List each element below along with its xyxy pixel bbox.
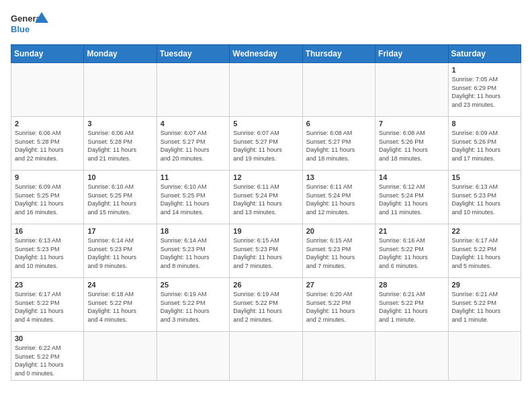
- day-info: Sunrise: 6:09 AMSunset: 5:26 PMDaylight:…: [452, 129, 517, 163]
- day-info: Sunrise: 6:11 AMSunset: 5:24 PMDaylight:…: [233, 183, 298, 216]
- day-number: 6: [306, 120, 371, 128]
- calendar-cell: [84, 332, 157, 381]
- day-number: 13: [306, 173, 371, 181]
- day-number: 28: [379, 281, 444, 289]
- logo-svg: General Blue: [11, 11, 51, 38]
- calendar-cell: [230, 63, 302, 117]
- day-number: 17: [87, 227, 152, 235]
- calendar-week-5: 23Sunrise: 6:17 AMSunset: 5:22 PMDayligh…: [11, 278, 521, 332]
- day-number: 3: [87, 120, 152, 128]
- calendar-cell: 27Sunrise: 6:20 AMSunset: 5:22 PMDayligh…: [302, 278, 375, 332]
- day-number: 12: [233, 173, 298, 181]
- day-info: Sunrise: 6:13 AMSunset: 5:23 PMDaylight:…: [452, 183, 517, 216]
- day-number: 23: [15, 281, 80, 289]
- calendar-cell: 30Sunrise: 6:22 AMSunset: 5:22 PMDayligh…: [11, 332, 84, 381]
- calendar-cell: 9Sunrise: 6:09 AMSunset: 5:25 PMDaylight…: [11, 171, 84, 224]
- weekday-header-tuesday: Tuesday: [157, 45, 229, 63]
- day-info: Sunrise: 6:18 AMSunset: 5:22 PMDaylight:…: [87, 290, 152, 324]
- calendar-cell: 17Sunrise: 6:14 AMSunset: 5:23 PMDayligh…: [84, 224, 157, 278]
- weekday-header-monday: Monday: [84, 45, 157, 63]
- day-number: 18: [161, 227, 226, 235]
- day-number: 14: [379, 173, 444, 181]
- calendar-cell: 23Sunrise: 6:17 AMSunset: 5:22 PMDayligh…: [11, 278, 84, 332]
- day-number: 7: [379, 120, 444, 128]
- calendar-cell: 25Sunrise: 6:19 AMSunset: 5:22 PMDayligh…: [157, 278, 229, 332]
- calendar-week-2: 2Sunrise: 6:06 AMSunset: 5:28 PMDaylight…: [11, 117, 521, 171]
- calendar-cell: [375, 332, 448, 381]
- day-number: 11: [161, 173, 226, 181]
- calendar-cell: [84, 63, 157, 117]
- day-number: 2: [15, 120, 80, 128]
- calendar-cell: 4Sunrise: 6:07 AMSunset: 5:27 PMDaylight…: [157, 117, 229, 171]
- calendar-cell: [302, 332, 375, 381]
- day-info: Sunrise: 6:09 AMSunset: 5:25 PMDaylight:…: [15, 183, 80, 216]
- day-info: Sunrise: 6:17 AMSunset: 5:22 PMDaylight:…: [15, 290, 80, 324]
- calendar-header-row: SundayMondayTuesdayWednesdayThursdayFrid…: [11, 45, 521, 63]
- day-info: Sunrise: 6:13 AMSunset: 5:23 PMDaylight:…: [15, 236, 80, 270]
- calendar-cell: [302, 63, 375, 117]
- calendar-cell: [11, 63, 84, 117]
- calendar-cell: 1Sunrise: 7:05 AMSunset: 6:29 PMDaylight…: [448, 63, 521, 117]
- day-info: Sunrise: 6:07 AMSunset: 5:27 PMDaylight:…: [161, 129, 226, 163]
- day-info: Sunrise: 6:14 AMSunset: 5:23 PMDaylight:…: [87, 236, 152, 270]
- day-info: Sunrise: 6:15 AMSunset: 5:23 PMDaylight:…: [233, 236, 298, 270]
- day-number: 4: [161, 120, 226, 128]
- day-info: Sunrise: 6:10 AMSunset: 5:25 PMDaylight:…: [161, 183, 226, 216]
- day-info: Sunrise: 6:17 AMSunset: 5:22 PMDaylight:…: [452, 236, 517, 270]
- day-number: 1: [452, 66, 517, 74]
- weekday-header-wednesday: Wednesday: [230, 45, 302, 63]
- day-info: Sunrise: 6:14 AMSunset: 5:23 PMDaylight:…: [161, 236, 226, 270]
- calendar-cell: 19Sunrise: 6:15 AMSunset: 5:23 PMDayligh…: [230, 224, 302, 278]
- day-number: 10: [87, 173, 152, 181]
- day-number: 26: [233, 281, 298, 289]
- weekday-header-saturday: Saturday: [448, 45, 521, 63]
- day-info: Sunrise: 6:06 AMSunset: 5:28 PMDaylight:…: [87, 129, 152, 163]
- calendar-cell: [230, 332, 302, 381]
- calendar-cell: 7Sunrise: 6:08 AMSunset: 5:26 PMDaylight…: [375, 117, 448, 171]
- calendar-week-4: 16Sunrise: 6:13 AMSunset: 5:23 PMDayligh…: [11, 224, 521, 278]
- day-info: Sunrise: 6:19 AMSunset: 5:22 PMDaylight:…: [161, 290, 226, 324]
- calendar-cell: 10Sunrise: 6:10 AMSunset: 5:25 PMDayligh…: [84, 171, 157, 224]
- day-number: 9: [15, 173, 80, 181]
- calendar-table: SundayMondayTuesdayWednesdayThursdayFrid…: [11, 44, 521, 381]
- calendar-week-6: 30Sunrise: 6:22 AMSunset: 5:22 PMDayligh…: [11, 332, 521, 381]
- calendar-cell: 5Sunrise: 6:07 AMSunset: 5:27 PMDaylight…: [230, 117, 302, 171]
- calendar-cell: [157, 63, 229, 117]
- day-info: Sunrise: 6:08 AMSunset: 5:27 PMDaylight:…: [306, 129, 371, 163]
- day-number: 16: [15, 227, 80, 235]
- day-number: 5: [233, 120, 298, 128]
- calendar-week-3: 9Sunrise: 6:09 AMSunset: 5:25 PMDaylight…: [11, 171, 521, 224]
- day-info: Sunrise: 6:06 AMSunset: 5:28 PMDaylight:…: [15, 129, 80, 163]
- calendar-cell: 8Sunrise: 6:09 AMSunset: 5:26 PMDaylight…: [448, 117, 521, 171]
- day-info: Sunrise: 6:20 AMSunset: 5:22 PMDaylight:…: [306, 290, 371, 324]
- svg-text:Blue: Blue: [11, 24, 30, 34]
- weekday-header-friday: Friday: [375, 45, 448, 63]
- calendar-cell: [448, 332, 521, 381]
- day-info: Sunrise: 6:07 AMSunset: 5:27 PMDaylight:…: [233, 129, 298, 163]
- day-info: Sunrise: 6:15 AMSunset: 5:23 PMDaylight:…: [306, 236, 371, 270]
- calendar-cell: 22Sunrise: 6:17 AMSunset: 5:22 PMDayligh…: [448, 224, 521, 278]
- day-info: Sunrise: 6:11 AMSunset: 5:24 PMDaylight:…: [306, 183, 371, 216]
- calendar-cell: 3Sunrise: 6:06 AMSunset: 5:28 PMDaylight…: [84, 117, 157, 171]
- day-number: 8: [452, 120, 517, 128]
- calendar-week-1: 1Sunrise: 7:05 AMSunset: 6:29 PMDaylight…: [11, 63, 521, 117]
- calendar-cell: 20Sunrise: 6:15 AMSunset: 5:23 PMDayligh…: [302, 224, 375, 278]
- day-number: 15: [452, 173, 517, 181]
- calendar-cell: 12Sunrise: 6:11 AMSunset: 5:24 PMDayligh…: [230, 171, 302, 224]
- weekday-header-thursday: Thursday: [302, 45, 375, 63]
- day-info: Sunrise: 6:12 AMSunset: 5:24 PMDaylight:…: [379, 183, 444, 216]
- calendar-cell: 21Sunrise: 6:16 AMSunset: 5:22 PMDayligh…: [375, 224, 448, 278]
- calendar-cell: [157, 332, 229, 381]
- calendar-cell: 28Sunrise: 6:21 AMSunset: 5:22 PMDayligh…: [375, 278, 448, 332]
- day-number: 27: [306, 281, 371, 289]
- calendar-cell: 14Sunrise: 6:12 AMSunset: 5:24 PMDayligh…: [375, 171, 448, 224]
- calendar-cell: 18Sunrise: 6:14 AMSunset: 5:23 PMDayligh…: [157, 224, 229, 278]
- day-number: 20: [306, 227, 371, 235]
- day-number: 29: [452, 281, 517, 289]
- day-info: Sunrise: 7:05 AMSunset: 6:29 PMDaylight:…: [452, 75, 517, 109]
- calendar-cell: 24Sunrise: 6:18 AMSunset: 5:22 PMDayligh…: [84, 278, 157, 332]
- page-header: General Blue: [11, 11, 521, 38]
- day-info: Sunrise: 6:16 AMSunset: 5:22 PMDaylight:…: [379, 236, 444, 270]
- weekday-header-sunday: Sunday: [11, 45, 84, 63]
- day-info: Sunrise: 6:21 AMSunset: 5:22 PMDaylight:…: [452, 290, 517, 324]
